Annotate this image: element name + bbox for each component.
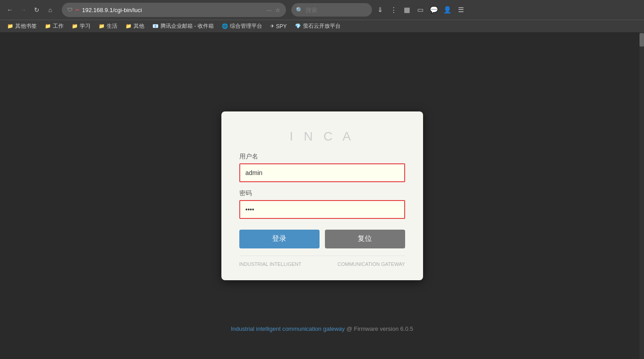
bookmark-mgmt-platform[interactable]: 🌐 综合管理平台	[218, 21, 266, 31]
bookmarks-bar: 📁 其他书签 📁 工作 📁 学习 📁 生活 📁 其他 📧 腾讯企业邮箱 - 收件…	[0, 20, 644, 32]
folder-icon: 📁	[125, 23, 132, 29]
chat-icon[interactable]: 💬	[428, 4, 440, 16]
page-footer: Industrial intelligent communication gat…	[231, 325, 413, 332]
search-bar[interactable]: 🔍	[291, 3, 372, 17]
nav-buttons: ← → ↻ ⌂	[4, 4, 56, 16]
footer-link[interactable]: Industrial intelligent communication gat…	[231, 325, 345, 332]
footer-left: INDUSTRIAL INTELLIGENT	[239, 261, 302, 267]
bookmark-label: 其他书签	[15, 22, 37, 30]
firmware-version: Firmware version 6.0.5	[354, 325, 413, 332]
bookmark-misc[interactable]: 📁 其他	[122, 21, 148, 31]
url-text: 192.168.9.1/cgi-bin/luci	[82, 7, 264, 13]
modal-logo: I N C A	[239, 129, 405, 144]
bookmark-label: 其他	[134, 22, 144, 30]
search-input[interactable]	[306, 7, 364, 13]
username-label: 用户名	[239, 153, 405, 161]
library-icon[interactable]: ⋮	[387, 4, 400, 16]
password-label: 密码	[239, 189, 405, 197]
bookmark-label: 综合管理平台	[230, 22, 262, 30]
search-icon: 🔍	[296, 7, 303, 13]
back-button[interactable]: ←	[4, 4, 16, 16]
screenshot-icon[interactable]: ▦	[401, 4, 413, 16]
bookmark-label: 腾讯企业邮箱 - 收件箱	[160, 22, 214, 30]
bookmark-work[interactable]: 📁 工作	[41, 21, 67, 31]
scrollbar-thumb[interactable]	[640, 33, 644, 47]
more-button[interactable]: ···	[267, 7, 272, 13]
folder-icon: 📁	[7, 23, 13, 29]
spy-icon: ✈	[270, 23, 274, 29]
bookmark-label: SPY	[276, 23, 287, 30]
bookmark-life[interactable]: 📁 生活	[95, 21, 121, 31]
folder-icon: 📁	[45, 23, 51, 29]
bookmark-button[interactable]: ☆	[275, 7, 281, 13]
bookmark-study[interactable]: 📁 学习	[68, 21, 94, 31]
folder-icon: 📁	[72, 23, 78, 29]
reset-button[interactable]: 复位	[325, 230, 405, 248]
globe-icon: 🌐	[222, 23, 228, 29]
browser-toolbar: ← → ↻ ⌂ 🛡 ✂ 192.168.9.1/cgi-bin/luci ···…	[0, 0, 644, 20]
footer-right: COMMUNICATION GATEWAY	[337, 261, 405, 267]
bookmark-spy[interactable]: ✈ SPY	[267, 22, 290, 30]
adblock-icon: ✂	[75, 7, 79, 13]
bookmark-label: 生活	[107, 22, 117, 30]
bookmark-ys7[interactable]: 💎 萤石云开放平台	[291, 21, 344, 31]
scrollbar[interactable]	[640, 32, 644, 359]
button-group: 登录 复位	[239, 230, 405, 248]
bookmark-label: 学习	[80, 22, 91, 30]
bookmark-other[interactable]: 📁 其他书签	[4, 21, 40, 31]
username-input[interactable]	[239, 163, 405, 182]
home-button[interactable]: ⌂	[44, 4, 56, 16]
bookmark-tencent-mail[interactable]: 📧 腾讯企业邮箱 - 收件箱	[149, 21, 217, 31]
password-input[interactable]	[239, 200, 405, 219]
ys7-icon: 💎	[295, 23, 301, 29]
download-icon[interactable]: ⇓	[374, 4, 386, 16]
reload-button[interactable]: ↻	[30, 4, 43, 16]
address-actions: ··· ☆	[267, 7, 281, 13]
reader-icon[interactable]: ▭	[414, 4, 427, 16]
username-group: 用户名	[239, 153, 405, 182]
footer-separator: @	[346, 325, 354, 332]
menu-icon[interactable]: ☰	[454, 4, 467, 16]
toolbar-icons: ⇓ ⋮ ▦ ▭ 💬 👤 ☰	[374, 4, 467, 16]
browser-chrome: ← → ↻ ⌂ 🛡 ✂ 192.168.9.1/cgi-bin/luci ···…	[0, 0, 644, 32]
bookmark-label: 工作	[53, 22, 64, 30]
page-content: I N C A 用户名 密码 登录 复位 INDUSTRIAL INTELLIG…	[0, 32, 644, 359]
login-modal: I N C A 用户名 密码 登录 复位 INDUSTRIAL INTELLIG…	[221, 111, 423, 280]
forward-button[interactable]: →	[17, 4, 30, 16]
folder-icon: 📁	[99, 23, 105, 29]
bookmark-label: 萤石云开放平台	[303, 22, 341, 30]
account-icon[interactable]: 👤	[441, 4, 454, 16]
modal-footer: INDUSTRIAL INTELLIGENT COMMUNICATION GAT…	[239, 256, 405, 267]
address-bar[interactable]: 🛡 ✂ 192.168.9.1/cgi-bin/luci ··· ☆	[62, 3, 286, 17]
password-group: 密码	[239, 189, 405, 219]
login-button[interactable]: 登录	[239, 230, 320, 248]
shield-icon: 🛡	[67, 7, 73, 13]
mail-icon: 📧	[152, 23, 159, 29]
